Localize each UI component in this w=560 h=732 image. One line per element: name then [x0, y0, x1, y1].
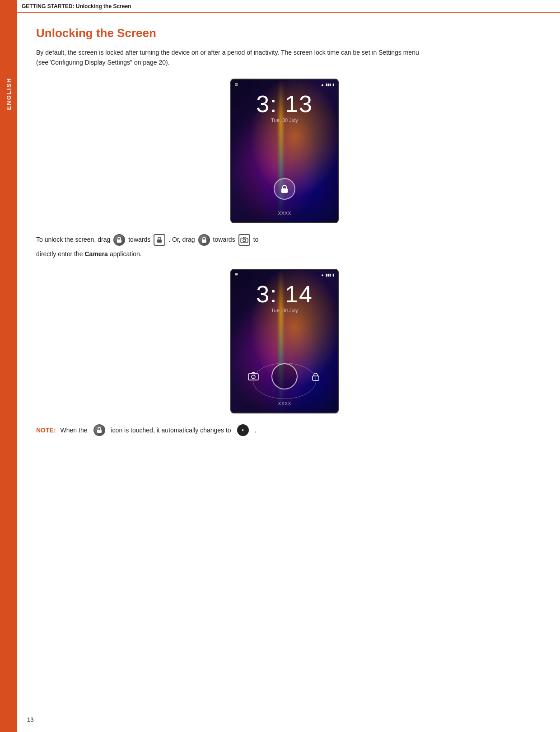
note-section: NOTE: When the icon is touched, it autom… [36, 424, 443, 436]
page-number: 13 [27, 716, 33, 723]
svg-rect-1 [117, 239, 121, 243]
unlock-camera-icon [245, 368, 261, 385]
phone-time-1: 3: 13 Tue, 30 July [231, 92, 338, 123]
unlock-lock-icon [308, 368, 324, 385]
phone-screenshot-1-wrapper: ☰ ▲ ▮▮▮ ▮ 3: 13 Tue, 30 July [36, 79, 533, 223]
instruction-part7: application. [110, 249, 142, 260]
instruction-paragraph: To unlock the screen, drag towards . Or,… [36, 234, 443, 246]
unlock-bottom-bar [231, 363, 338, 390]
wifi-icon-2: ▲ [321, 273, 324, 277]
header-title: GETTING STARTED: Unlocking the Screen [22, 3, 131, 9]
camera-bold: Camera [85, 249, 108, 260]
lock-drag-icon [113, 234, 125, 246]
menu-icon-2: ☰ [235, 273, 238, 277]
instruction-part4: towards [213, 234, 235, 245]
note-text3: . [255, 427, 257, 434]
svg-rect-8 [313, 376, 319, 380]
instruction-part1: To unlock the screen, drag [36, 234, 110, 245]
battery-icon-2: ▮ [332, 273, 334, 277]
svg-rect-6 [248, 374, 258, 380]
svg-rect-9 [97, 430, 102, 433]
svg-rect-0 [281, 188, 288, 193]
lock-svg-1 [280, 184, 289, 194]
note-text2: icon is touched, it automatically change… [111, 427, 231, 434]
time-date-2: Tue, 30 July [231, 308, 338, 313]
menu-icon-1: ☰ [235, 83, 238, 87]
page-title: Unlocking the Screen [36, 26, 533, 40]
svg-point-5 [243, 239, 246, 242]
phone-label-1: XXXX [231, 211, 338, 216]
header-bar: GETTING STARTED: Unlocking the Screen [17, 0, 560, 13]
instruction-paragraph-2: directly enter the Camera application. [36, 249, 443, 260]
time-display-2: 3: 14 [231, 282, 338, 306]
main-content: Unlocking the Screen By default, the scr… [27, 13, 542, 454]
unlock-drag-circle [271, 363, 298, 389]
phone-time-2: 3: 14 Tue, 30 July [231, 282, 338, 313]
svg-rect-2 [157, 239, 162, 243]
phone-screenshot-2: ☰ ▲ ▮▮▮ ▮ 3: 14 Tue, 30 July [230, 269, 339, 413]
instruction-part6: directly enter the [36, 249, 83, 260]
lock-icon-container-1 [274, 178, 295, 200]
phone-screenshot-1: ☰ ▲ ▮▮▮ ▮ 3: 13 Tue, 30 July [230, 79, 339, 223]
svg-rect-3 [202, 239, 206, 243]
camera-target-icon [238, 234, 250, 246]
lock-circle-1 [274, 178, 295, 200]
lock-drag-icon-2 [198, 234, 210, 246]
note-dot-icon: ● [237, 424, 249, 436]
note-text1: When the [61, 427, 88, 434]
phone-screenshot-2-wrapper: ☰ ▲ ▮▮▮ ▮ 3: 14 Tue, 30 July [36, 269, 533, 413]
note-label: NOTE: [36, 427, 56, 434]
sidebar: ENGLISH [0, 0, 17, 732]
instruction-part3: . Or, drag [168, 234, 195, 245]
signal-icon-1: ▮▮▮ [326, 83, 331, 87]
sidebar-label: ENGLISH [5, 78, 12, 110]
intro-text: By default, the screen is locked after t… [36, 47, 443, 68]
svg-point-7 [252, 375, 255, 379]
instruction-part5: to [253, 234, 259, 245]
status-right-2: ▲ ▮▮▮ ▮ [321, 272, 334, 279]
time-date-1: Tue, 30 July [231, 117, 338, 123]
instruction-part2: towards [128, 234, 150, 245]
signal-icon-2: ▮▮▮ [326, 273, 331, 277]
status-left-2: ☰ [235, 272, 238, 279]
lock-target-icon [154, 234, 165, 246]
phone-status-bar-2: ☰ ▲ ▮▮▮ ▮ [231, 272, 338, 279]
phone-label-2: XXXX [231, 401, 338, 406]
time-display-1: 3: 13 [231, 92, 338, 116]
battery-icon-1: ▮ [332, 83, 334, 87]
note-lock-icon [93, 424, 105, 436]
wifi-icon-1: ▲ [321, 83, 324, 87]
status-right-1: ▲ ▮▮▮ ▮ [321, 81, 334, 89]
status-left-1: ☰ [235, 81, 238, 89]
phone-status-bar-1: ☰ ▲ ▮▮▮ ▮ [231, 81, 338, 89]
